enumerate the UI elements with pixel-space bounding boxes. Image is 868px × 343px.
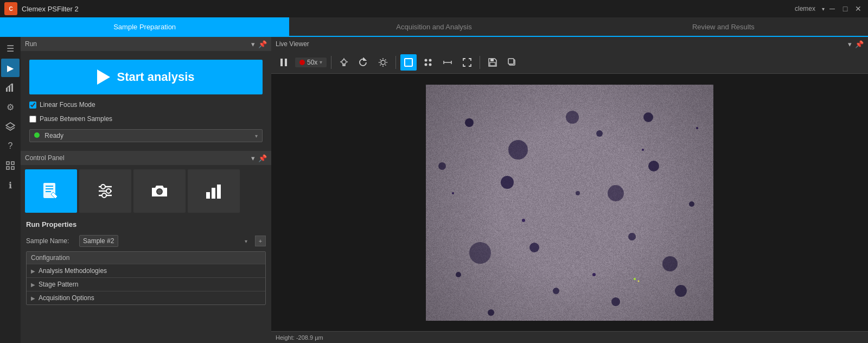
cp-camera-button[interactable] bbox=[133, 169, 186, 213]
svg-rect-22 bbox=[212, 188, 215, 199]
titlebar-left: C Clemex PSFilter 2 bbox=[4, 2, 79, 15]
svg-point-16 bbox=[101, 185, 105, 189]
run-pin-btn[interactable]: 📌 bbox=[258, 40, 267, 48]
height-status: Height: -208.9 µm bbox=[276, 334, 323, 341]
svg-rect-21 bbox=[206, 192, 210, 199]
pause-between-label: Pause Between Samples bbox=[40, 115, 112, 123]
maximize-button[interactable]: □ bbox=[840, 3, 851, 14]
tabbar: Sample Preparation Acquisition and Analy… bbox=[0, 17, 868, 37]
mag-dropdown-arrow: ▾ bbox=[320, 59, 322, 65]
image-area bbox=[271, 74, 868, 331]
sample-add-button[interactable]: + bbox=[255, 236, 266, 246]
svg-rect-4 bbox=[7, 162, 9, 164]
select-box-button[interactable] bbox=[400, 54, 417, 71]
fullscreen-button[interactable] bbox=[459, 54, 475, 71]
status-dropdown-arrow: ▾ bbox=[255, 133, 258, 139]
sidebar-settings-icon[interactable]: ⚙ bbox=[1, 98, 20, 116]
control-dropdown-icon[interactable]: ▾ bbox=[251, 154, 255, 162]
svg-point-32 bbox=[381, 60, 385, 65]
run-section: Start analysis Linear Focus Mode Pause B… bbox=[21, 51, 271, 151]
control-panel-icons bbox=[21, 165, 271, 217]
svg-rect-25 bbox=[285, 59, 287, 66]
status-dot bbox=[34, 132, 40, 138]
left-panel: Run ▾ 📌 Start analysis Linear Focus Mode… bbox=[21, 37, 271, 343]
accordion-acquisition-options[interactable]: ▶ Acquisition Options bbox=[27, 291, 265, 304]
svg-marker-3 bbox=[6, 123, 15, 128]
svg-rect-52 bbox=[508, 59, 514, 64]
control-panel-section: Control Panel ▾ 📌 bbox=[21, 151, 271, 343]
svg-point-18 bbox=[102, 193, 106, 198]
svg-line-38 bbox=[385, 65, 386, 66]
live-viewer-pin-btn[interactable]: 📌 bbox=[855, 40, 864, 48]
rotate-button[interactable] bbox=[355, 54, 372, 71]
play-triangle-icon bbox=[97, 69, 110, 85]
run-properties-panel: Run Properties Sample Name: Sample #1 Sa… bbox=[21, 217, 271, 343]
live-viewer-dropdown-icon[interactable]: ▾ bbox=[848, 40, 852, 48]
svg-rect-49 bbox=[490, 59, 494, 61]
sidebar-info-icon[interactable]: ℹ bbox=[1, 176, 20, 194]
separator-2 bbox=[395, 56, 396, 69]
linear-focus-label: Linear Focus Mode bbox=[40, 101, 95, 109]
svg-rect-5 bbox=[11, 162, 14, 164]
arrow-icon: ▶ bbox=[31, 295, 35, 301]
svg-point-45 bbox=[429, 63, 432, 66]
export-button[interactable] bbox=[504, 54, 520, 71]
cp-sliders-button[interactable] bbox=[79, 169, 131, 213]
control-pin-btn[interactable]: 📌 bbox=[258, 154, 267, 162]
sidebar-play-icon[interactable]: ▶ bbox=[1, 59, 20, 77]
sidebar-chart-icon[interactable] bbox=[1, 78, 20, 97]
svg-line-39 bbox=[385, 59, 386, 60]
pause-button[interactable] bbox=[276, 54, 292, 71]
accordion-stage-pattern[interactable]: ▶ Stage Pattern bbox=[27, 277, 265, 291]
svg-rect-23 bbox=[217, 185, 221, 199]
status-dropdown[interactable]: Ready ▾ bbox=[29, 129, 263, 142]
tab-review-results[interactable]: Review and Results bbox=[579, 17, 868, 37]
svg-rect-10 bbox=[46, 188, 53, 189]
accordion-analysis-methodologies[interactable]: ▶ Analysis Methodologies bbox=[27, 264, 265, 277]
tab-sample-preparation[interactable]: Sample Preparation bbox=[0, 17, 289, 37]
status-label: Ready bbox=[44, 132, 63, 139]
configuration-header: Configuration bbox=[27, 252, 265, 264]
sidebar-menu-icon[interactable]: ☰ bbox=[1, 39, 20, 58]
minimize-button[interactable]: ─ bbox=[827, 3, 838, 14]
cp-chart-button[interactable] bbox=[188, 169, 240, 213]
measure-button[interactable] bbox=[439, 54, 456, 71]
sidebar-scan-icon[interactable] bbox=[1, 156, 20, 175]
live-viewer-toolbar: 50x ▾ bbox=[271, 51, 868, 74]
select-points-button[interactable] bbox=[420, 54, 436, 71]
app-logo: C bbox=[4, 2, 17, 15]
acquisition-options-label: Acquisition Options bbox=[39, 294, 94, 302]
pause-between-checkbox[interactable] bbox=[29, 116, 36, 123]
magnification-display[interactable]: 50x ▾ bbox=[295, 58, 327, 67]
svg-rect-6 bbox=[7, 167, 9, 169]
svg-line-37 bbox=[380, 59, 381, 60]
arrow-icon: ▶ bbox=[31, 282, 35, 288]
status-indicator: Ready bbox=[34, 132, 63, 139]
linear-focus-checkbox[interactable] bbox=[29, 101, 36, 109]
start-analysis-button[interactable]: Start analysis bbox=[29, 60, 263, 94]
right-panel: Live Viewer ▾ 📌 50x ▾ bbox=[271, 37, 868, 343]
svg-marker-31 bbox=[363, 58, 366, 60]
magnification-value: 50x bbox=[307, 59, 317, 66]
sidebar-help-icon[interactable]: ? bbox=[1, 137, 20, 155]
svg-rect-2 bbox=[11, 84, 13, 92]
run-pin-icon[interactable]: ▾ bbox=[251, 40, 255, 48]
live-viewer-header-actions: ▾ 📌 bbox=[848, 40, 864, 48]
lamp-button[interactable] bbox=[336, 54, 352, 71]
close-button[interactable]: ✕ bbox=[853, 3, 864, 14]
svg-point-44 bbox=[425, 63, 427, 66]
titlebar-right: clemex ▾ ─ □ ✕ bbox=[795, 3, 864, 14]
control-header-actions: ▾ 📌 bbox=[251, 154, 267, 162]
microscope-image bbox=[426, 85, 713, 321]
cp-properties-button[interactable] bbox=[25, 169, 77, 213]
sidebar-layers-icon[interactable] bbox=[1, 117, 20, 136]
stage-pattern-label: Stage Pattern bbox=[39, 281, 78, 288]
brightness-button[interactable] bbox=[375, 54, 391, 71]
record-dot bbox=[299, 60, 305, 65]
control-panel-header: Control Panel ▾ 📌 bbox=[21, 151, 271, 165]
user-label: clemex bbox=[795, 5, 815, 12]
titlebar: C Clemex PSFilter 2 clemex ▾ ─ □ ✕ bbox=[0, 0, 868, 17]
save-button[interactable] bbox=[484, 54, 501, 71]
tab-acquisition-analysis[interactable]: Acquisition and Analysis bbox=[289, 17, 578, 37]
sample-name-select[interactable]: Sample #1 Sample #2 Sample #3 bbox=[79, 235, 118, 247]
